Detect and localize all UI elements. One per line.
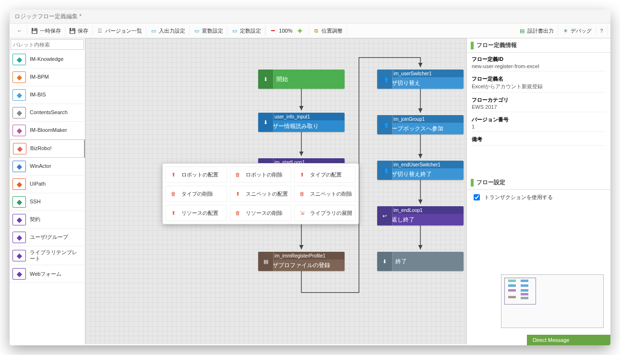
flow-node-regprof[interactable]: ▤im_immRegisterProfile1ユーザプロファイルの登録inout <box>258 252 345 271</box>
submenu-item-icon: ⬆ <box>168 208 179 218</box>
version-list-button[interactable]: ☰バージョン一覧 <box>93 25 146 36</box>
debug-button[interactable]: ✳デバッグ <box>558 25 596 36</box>
io-settings-button[interactable]: ▭入出力設定 <box>146 25 190 36</box>
save-temp-icon: 💾 <box>31 27 38 34</box>
direct-message-bar[interactable]: Direct Message <box>527 335 610 345</box>
flow-note-label: 備考 <box>472 134 606 143</box>
palette-item[interactable]: ◆SSH <box>10 193 85 211</box>
zoom-in-button[interactable]: ＋ <box>296 26 304 36</box>
palette-item[interactable]: ◆ライブラリテンプレート <box>10 247 85 265</box>
save-icon: 💾 <box>69 27 76 34</box>
zoom-out-button[interactable]: − <box>271 26 275 35</box>
export-icon: ▤ <box>519 27 525 34</box>
palette-item[interactable]: ◆IM-BPM <box>10 69 85 86</box>
submenu-item[interactable]: ⬆スニペットの配置 <box>230 186 291 202</box>
palette-list: ◆IM-Knowledge◆IM-BPM◆IM-BIS◆ContentsSear… <box>10 51 85 344</box>
flow-node-uswitch[interactable]: 👥im_userSwitcher1ユーザ切り替えinout <box>377 70 464 89</box>
back-button[interactable]: ← <box>12 25 27 36</box>
window-title: ロジックフロー定義編集 * <box>10 10 610 23</box>
palette-item-icon: ◆ <box>12 268 26 280</box>
submenu-item[interactable]: 🗑タイプの削除 <box>166 186 227 202</box>
palette-item-icon: ◆ <box>12 232 26 243</box>
palette-item[interactable]: ◆IM-Knowledge <box>10 51 85 69</box>
minimap[interactable] <box>501 274 604 328</box>
flow-category-label: フローカテゴリ <box>472 94 606 104</box>
submenu-item-label: スニペットの削除 <box>310 191 352 197</box>
palette-item[interactable]: ◆WinActor <box>10 158 85 176</box>
palette-item-label: IM-BPM <box>30 74 82 80</box>
zoom-percent: 100% <box>279 28 292 34</box>
palette-item-label: Webフォーム <box>30 271 82 277</box>
help-button[interactable]: ? <box>596 26 608 35</box>
submenu-item-label: ロボットの配置 <box>181 172 218 178</box>
palette-item[interactable]: ◆UiPath <box>10 176 85 193</box>
submenu-item-icon: 🗑 <box>297 188 307 199</box>
submenu-item-icon: 🗑 <box>232 169 243 180</box>
palette-item[interactable]: ◆ユーザ/グループ <box>10 229 85 247</box>
toolbar: ← 💾一時保存 💾保存 ☰バージョン一覧 ▭入出力設定 ▭変数設定 ▭定数設定 … <box>10 23 610 38</box>
palette-item-label: IM-Knowledge <box>30 56 82 62</box>
palette-item[interactable]: ◆BizRobo! <box>10 140 85 158</box>
submenu-item-icon: ⇲ <box>297 208 307 218</box>
transaction-checkbox-row[interactable]: トランザクションを使用する <box>467 190 610 205</box>
palette-item-icon: ◆ <box>12 214 26 225</box>
submenu-item[interactable]: ⇲ライブラリの展開 <box>294 205 356 221</box>
submenu-item[interactable]: ⬆ロボットの配置 <box>166 166 227 183</box>
flow-category-value: EWS 2017 <box>472 104 606 112</box>
temp-save-button[interactable]: 💾一時保存 <box>27 25 65 36</box>
flow-version-label: バージョン番号 <box>472 114 606 123</box>
palette-item[interactable]: ◆契約 <box>10 211 85 229</box>
submenu-item-label: ライブラリの展開 <box>310 210 352 216</box>
node-icon: 👥 <box>377 161 393 180</box>
palette-item-icon: ◆ <box>13 143 26 154</box>
flow-node-start[interactable]: ⬇開始out <box>258 70 345 89</box>
submenu-item-icon: ⬆ <box>168 169 179 180</box>
palette-search-input[interactable] <box>11 39 84 50</box>
submenu-item[interactable]: ⬆リソースの配置 <box>166 205 227 221</box>
submenu-item-icon: 🗑 <box>232 208 243 218</box>
export-spec-button[interactable]: ▤設計書出力 <box>515 25 558 36</box>
section-flowsettings-title: フロー設定 <box>477 178 505 187</box>
position-adjust-button[interactable]: ⧉位置調整 <box>309 25 347 36</box>
palette-item[interactable]: ◆IM-BloomMaker <box>10 122 85 140</box>
transaction-checkbox[interactable] <box>474 194 480 200</box>
node-icon: ⬇ <box>377 252 393 271</box>
save-button[interactable]: 💾保存 <box>65 25 93 36</box>
flow-node-endloop[interactable]: ↩im_endLoop1繰り返し終了inout <box>377 206 464 225</box>
palette-item[interactable]: ◆ContentsSearch <box>10 104 85 122</box>
zoom-group: − 100% ＋ <box>265 26 309 36</box>
palette-item-icon: ◆ <box>12 161 26 172</box>
submenu-item[interactable]: 🗑ロボットの削除 <box>230 166 291 183</box>
flow-id-label: フロー定義ID <box>472 54 606 63</box>
palette-item-label: WinActor <box>30 163 82 169</box>
palette-item-icon: ◆ <box>12 125 26 136</box>
palette-item-label: IM-BIS <box>30 92 82 98</box>
palette-item-icon: ◆ <box>12 54 26 65</box>
info-panel: フロー定義情報 フロー定義IDnew-user-register-from-ex… <box>466 38 610 344</box>
flow-node-joing[interactable]: 👥im_joinGroup1グループボックスへ参加inout <box>377 115 464 134</box>
transaction-checkbox-label: トランザクションを使用する <box>484 194 553 201</box>
flow-canvas[interactable]: ⬇開始out⬇user_info_input1ユーザー情報読み取りinout↻i… <box>85 38 466 344</box>
flow-node-enduswitch[interactable]: 👥im_endUserSwitcher1ユーザ切り替え終了inout <box>377 161 464 180</box>
node-icon: ↩ <box>377 206 393 225</box>
palette-item[interactable]: ◆IM-BIS <box>10 86 85 104</box>
section-flowdef-title: フロー定義情報 <box>477 41 517 49</box>
palette-item-label: IM-BloomMaker <box>30 127 82 133</box>
var-settings-button[interactable]: ▭変数設定 <box>190 25 227 36</box>
palette-item-icon: ◆ <box>12 89 26 101</box>
submenu-item-label: リソースの配置 <box>181 210 218 216</box>
flow-version-value: 1 <box>472 123 606 132</box>
palette-item-label: UiPath <box>30 181 82 187</box>
submenu-item[interactable]: 🗑リソースの削除 <box>230 205 291 221</box>
palette-item-label: ユーザ/グループ <box>30 234 82 240</box>
submenu-item-label: スニペットの配置 <box>246 191 288 197</box>
submenu-item[interactable]: ⬆タイプの配置 <box>294 166 356 183</box>
palette-item-label: ContentsSearch <box>30 109 82 116</box>
submenu-item-icon: 🗑 <box>168 188 179 199</box>
flow-node-userinfo[interactable]: ⬇user_info_input1ユーザー情報読み取りinout <box>258 113 345 132</box>
version-icon: ☰ <box>96 27 103 34</box>
palette-item[interactable]: ◆Webフォーム <box>10 265 85 283</box>
submenu-item[interactable]: 🗑スニペットの削除 <box>294 186 356 202</box>
flow-node-end[interactable]: ⬇終了in <box>377 252 464 271</box>
const-settings-button[interactable]: ▭定数設定 <box>227 25 265 36</box>
